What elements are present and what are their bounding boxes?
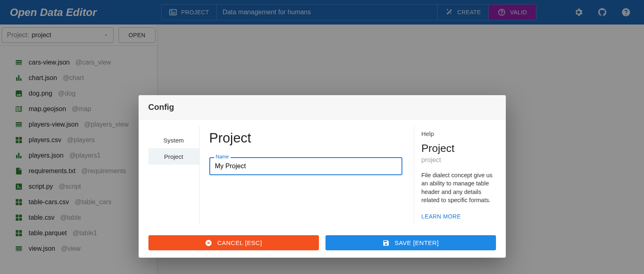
help-subtitle: project xyxy=(422,156,496,164)
dialog-title: Config xyxy=(139,95,506,120)
config-dialog: Config System Project Project Name Help … xyxy=(139,95,506,258)
modal-overlay[interactable]: Config System Project Project Name Help … xyxy=(0,0,644,274)
help-text: File dialect concept give us an ability … xyxy=(422,171,496,204)
config-nav: System Project xyxy=(148,126,200,224)
help-title: Project xyxy=(422,142,496,155)
dialog-actions: CANCEL [ESC] SAVE [ENTER] xyxy=(139,230,506,258)
cancel-button[interactable]: CANCEL [ESC] xyxy=(148,235,319,250)
cancel-icon xyxy=(205,239,212,247)
nav-project[interactable]: Project xyxy=(148,148,199,165)
name-input[interactable] xyxy=(215,163,397,170)
nav-system[interactable]: System xyxy=(148,132,199,148)
save-icon xyxy=(382,239,390,247)
help-label: Help xyxy=(422,130,496,137)
config-main: Project Name xyxy=(200,126,414,224)
learn-more-link[interactable]: LEARN MORE xyxy=(422,213,496,220)
config-heading: Project xyxy=(209,130,402,146)
name-field-label: Name xyxy=(214,154,231,160)
save-button[interactable]: SAVE [ENTER] xyxy=(325,235,496,250)
name-field[interactable]: Name xyxy=(209,157,402,175)
help-panel: Help Project project File dialect concep… xyxy=(414,126,496,224)
